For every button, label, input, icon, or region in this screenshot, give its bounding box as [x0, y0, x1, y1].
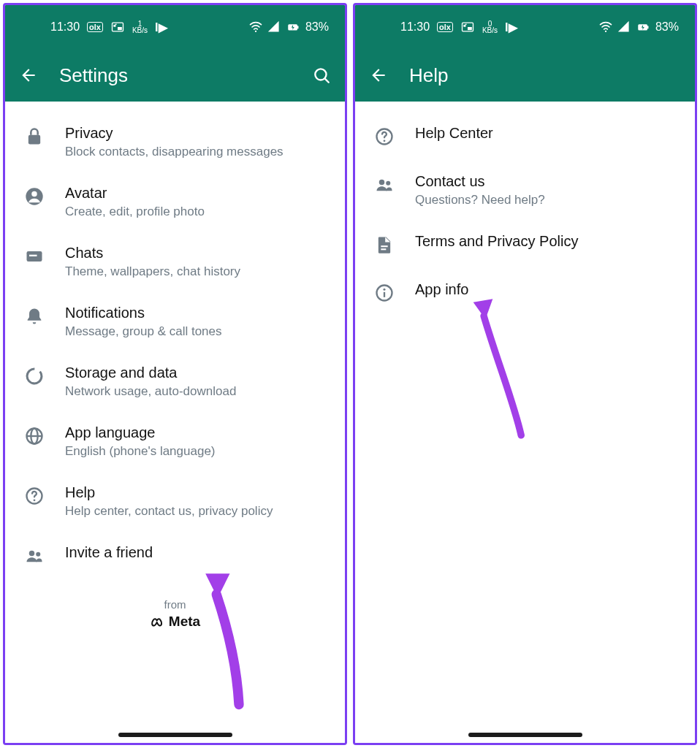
item-title: Notifications — [65, 303, 332, 322]
item-subtitle: English (phone's language) — [65, 443, 332, 459]
list-item-contact-us[interactable]: Contact usQuestions? Need help? — [355, 160, 695, 220]
item-title: Avatar — [65, 183, 332, 202]
signal-icon — [267, 20, 281, 34]
list-item-app-language[interactable]: App languageEnglish (phone's language) — [5, 411, 345, 471]
status-pip-icon — [110, 20, 125, 34]
back-button[interactable] — [18, 65, 39, 85]
gesture-bar[interactable] — [468, 733, 582, 737]
lock-icon — [23, 125, 46, 148]
phone-settings: 11:30 olx 1KB/s I▶ 83% Settings PrivacyB… — [3, 3, 347, 745]
status-id-icon: I▶ — [505, 20, 517, 34]
battery-pct: 83% — [305, 20, 329, 34]
page-title: Help — [409, 64, 682, 87]
info-icon — [373, 281, 396, 305]
help-icon — [23, 484, 46, 508]
data-icon — [23, 365, 46, 388]
status-net: 1KB/s — [132, 20, 148, 34]
status-time: 11:30 — [400, 20, 430, 34]
help-icon — [373, 125, 396, 148]
status-id-icon: I▶ — [155, 20, 167, 34]
item-subtitle: Network usage, auto-download — [65, 383, 332, 400]
item-title: Storage and data — [65, 363, 332, 382]
page-title: Settings — [59, 64, 291, 87]
list-item-invite-a-friend[interactable]: Invite a friend — [5, 531, 345, 579]
item-title: App language — [65, 423, 332, 442]
status-olx-icon: olx — [87, 22, 103, 32]
list-item-privacy[interactable]: PrivacyBlock contacts, disappearing mess… — [5, 112, 345, 172]
globe-icon — [23, 424, 46, 448]
wifi-icon — [598, 20, 613, 34]
item-subtitle: Create, edit, profile photo — [65, 204, 332, 220]
search-button[interactable] — [311, 65, 332, 85]
from-label: from — [5, 598, 345, 611]
list-item-help-center[interactable]: Help Center — [355, 112, 695, 160]
phone-help: 11:30 olx 0KB/s I▶ 83% Help Help CenterC… — [353, 3, 697, 745]
app-bar: Settings — [5, 49, 345, 102]
item-title: App info — [415, 280, 682, 299]
status-olx-icon: olx — [437, 22, 453, 32]
item-title: Contact us — [415, 172, 682, 191]
bell-icon — [23, 305, 46, 328]
item-subtitle: Message, group & call tones — [65, 324, 332, 340]
item-title: Help Center — [415, 123, 682, 142]
item-title: Help — [65, 483, 332, 502]
list-item-app-info[interactable]: App info — [355, 268, 695, 316]
item-subtitle: Questions? Need help? — [415, 192, 682, 208]
help-list: Help CenterContact usQuestions? Need hel… — [355, 102, 695, 743]
battery-icon — [285, 20, 301, 34]
people-icon — [373, 173, 396, 196]
settings-list: PrivacyBlock contacts, disappearing mess… — [5, 102, 345, 743]
battery-pct: 83% — [655, 20, 679, 34]
app-bar: Help — [355, 49, 695, 102]
item-title: Privacy — [65, 123, 332, 142]
status-time: 11:30 — [50, 20, 80, 34]
doc-icon — [373, 233, 396, 256]
list-item-avatar[interactable]: AvatarCreate, edit, profile photo — [5, 172, 345, 232]
gesture-bar[interactable] — [118, 733, 232, 737]
people-icon — [23, 544, 46, 568]
item-subtitle: Help center, contact us, privacy policy — [65, 503, 332, 519]
status-bar: 11:30 olx 1KB/s I▶ 83% — [5, 5, 345, 49]
chat-icon — [23, 245, 46, 268]
status-net: 0KB/s — [482, 20, 498, 34]
list-item-notifications[interactable]: NotificationsMessage, group & call tones — [5, 291, 345, 351]
list-item-chats[interactable]: ChatsTheme, wallpapers, chat history — [5, 232, 345, 291]
item-subtitle: Theme, wallpapers, chat history — [65, 264, 332, 280]
meta-brand: Meta — [5, 614, 345, 630]
signal-icon — [617, 20, 631, 34]
avatar-icon — [23, 185, 46, 208]
item-title: Terms and Privacy Policy — [415, 232, 682, 251]
status-bar: 11:30 olx 0KB/s I▶ 83% — [355, 5, 695, 49]
item-title: Chats — [65, 243, 332, 262]
item-title: Invite a friend — [65, 543, 332, 562]
item-subtitle: Block contacts, disappearing messages — [65, 144, 332, 160]
battery-icon — [635, 20, 651, 34]
list-item-help[interactable]: HelpHelp center, contact us, privacy pol… — [5, 471, 345, 531]
list-item-terms-and-privacy-policy[interactable]: Terms and Privacy Policy — [355, 220, 695, 268]
list-item-storage-and-data[interactable]: Storage and dataNetwork usage, auto-down… — [5, 351, 345, 411]
status-pip-icon — [460, 20, 475, 34]
back-button[interactable] — [368, 65, 389, 85]
wifi-icon — [248, 20, 263, 34]
